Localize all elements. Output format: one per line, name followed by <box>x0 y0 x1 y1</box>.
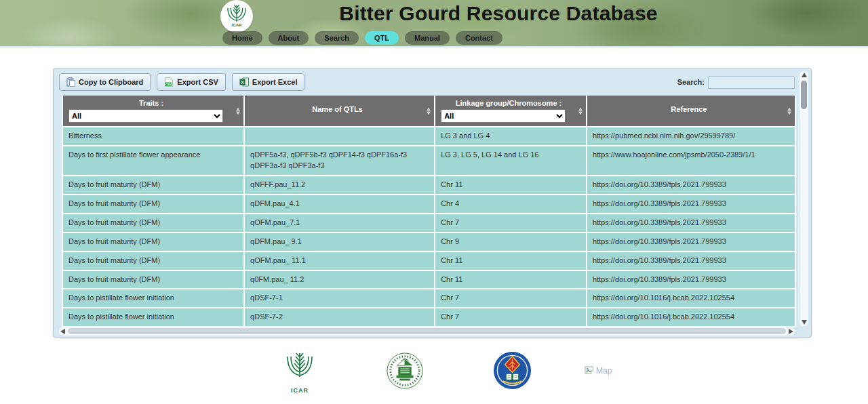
horizontal-scroll-thumb[interactable] <box>68 328 786 334</box>
cell-reference: https://doi.org/10.1016/j.bcab.2022.1025… <box>587 308 795 327</box>
export-excel-label: Export Excel <box>252 78 298 86</box>
export-csv-label: Export CSV <box>177 78 218 86</box>
cell-linkage-group: Chr 9 <box>435 233 587 251</box>
cell-linkage-group: Chr 7 <box>435 308 587 327</box>
cell-linkage-group: Chr 7 <box>435 214 587 233</box>
search-input[interactable] <box>708 76 795 89</box>
vertical-scrollbar[interactable] <box>800 71 808 326</box>
table-row: Days to fruit maturity (DFM)qDFM.pau_4.1… <box>62 195 795 214</box>
cell-trait: Days to fruit maturity (DFM) <box>62 214 244 233</box>
table-row: Days to fruit maturity (DFM)qDFM.pau_ 9.… <box>62 233 795 251</box>
map-broken-image: Map <box>585 366 612 376</box>
column-header-2[interactable]: Name of QTLs <box>244 96 435 127</box>
cell-linkage-group: Chr 7 <box>435 289 587 308</box>
cell-trait: Days to pistillate flower initiation <box>62 308 244 327</box>
column-label: Traits : <box>68 98 234 107</box>
cell-linkage-group: Chr 11 <box>435 270 587 289</box>
export-csv-button[interactable]: CSV Export CSV <box>157 73 226 91</box>
cell-linkage-group: LG 3 and LG 4 <box>435 127 587 146</box>
column-header-1[interactable]: Traits :All <box>62 96 244 127</box>
clipboard-icon <box>66 77 75 87</box>
traits-filter-select[interactable]: All <box>68 109 223 123</box>
column-header-3[interactable]: Linkage group/Chromosome :All <box>435 96 587 127</box>
cell-trait: Bitterness <box>62 127 244 146</box>
export-excel-button[interactable]: X Export Excel <box>232 73 305 91</box>
vertical-scroll-thumb[interactable] <box>801 81 807 109</box>
map-caption: Map <box>596 366 612 376</box>
copy-to-clipboard-label: Copy to Clipboard <box>79 78 143 86</box>
horizontal-scrollbar[interactable] <box>59 327 795 336</box>
cell-trait: Days to fruit maturity (DFM) <box>62 233 244 251</box>
nav-tab-about[interactable]: About <box>269 31 309 45</box>
cell-reference: https://doi.org/10.3389/fpls.2021.799933 <box>587 176 795 195</box>
cell-qtl-name: qOFM.pau_7.1 <box>244 214 435 233</box>
column-header-4[interactable]: Reference <box>587 96 795 127</box>
wheat-icon: ICAR <box>222 2 251 31</box>
column-label: Linkage group/Chromosome : <box>441 98 576 107</box>
scroll-down-arrow-icon[interactable] <box>802 320 807 325</box>
cell-reference: https://doi.org/10.1016/j.bcab.2022.1025… <box>587 289 795 308</box>
page-title: Bitter Gourd Resource Database <box>339 2 657 25</box>
scroll-left-arrow-icon[interactable] <box>60 329 65 334</box>
search-area: Search: <box>677 76 795 89</box>
cell-trait: Days to fruit maturity (DFM) <box>62 251 244 270</box>
cell-trait: Days to first pistillate flower appearan… <box>62 146 244 176</box>
table-row: Days to pistillate flower initiationqDSF… <box>62 289 795 308</box>
cell-qtl-name: qNFFF.pau_11.2 <box>244 176 435 195</box>
cell-qtl-name: qDFM.pau_ 9.1 <box>244 233 435 251</box>
cell-trait: Days to fruit maturity (DFM) <box>62 176 244 195</box>
qtl-table: Traits :AllName of QTLsLinkage group/Chr… <box>62 96 796 327</box>
cell-linkage-group: Chr 11 <box>435 176 587 195</box>
nav-tab-search[interactable]: Search <box>315 31 359 45</box>
cell-reference: https://pubmed.ncbi.nlm.nih.gov/29599789… <box>587 127 795 146</box>
cell-linkage-group: Chr 4 <box>435 195 587 214</box>
cell-qtl-name: qDPF5a-f3, qDPF5b-f3 qDPF14-f3 qDPF16a-f… <box>244 146 435 176</box>
cell-qtl-name: qOFM.pau_ 11.1 <box>244 251 435 270</box>
table-viewport: Traits :AllName of QTLsLinkage group/Chr… <box>62 96 796 327</box>
scroll-up-arrow-icon[interactable] <box>802 73 807 77</box>
institute-blue-logo <box>493 351 532 390</box>
linkage-filter-select[interactable]: All <box>441 109 566 123</box>
cell-reference: https://doi.org/10.3389/fpls.2021.799933 <box>587 270 795 289</box>
svg-text:CSV: CSV <box>165 83 172 86</box>
nav-tab-contact[interactable]: Contact <box>456 31 502 45</box>
table-body: BitternessLG 3 and LG 4https://pubmed.nc… <box>62 127 795 327</box>
nav-tab-manual[interactable]: Manual <box>405 31 450 45</box>
sort-icon[interactable] <box>236 107 241 115</box>
excel-icon: X <box>239 77 249 87</box>
page: ICAR Bitter Gourd Resource Database Home… <box>0 0 868 404</box>
sort-icon[interactable] <box>427 107 431 115</box>
table-row: Days to fruit maturity (DFM)qNFFF.pau_11… <box>62 176 795 195</box>
cell-linkage-group: LG 3, LG 5, LG 14 and LG 16 <box>435 146 587 176</box>
copy-to-clipboard-button[interactable]: Copy to Clipboard <box>59 73 151 91</box>
iari-emblem-icon <box>387 352 423 389</box>
table-row: Days to fruit maturity (DFM)q0FM.pau_ 11… <box>62 270 795 289</box>
table-row: Days to first pistillate flower appearan… <box>62 146 795 176</box>
nav-tab-home[interactable]: Home <box>222 31 262 45</box>
icar-footer-logo: ICAR <box>283 351 316 394</box>
nav-tab-qtl[interactable]: QTL <box>365 31 399 45</box>
table-row: Days to pistillate flower initiationqDSF… <box>62 308 795 327</box>
cell-reference: https://doi.org/10.3389/fpls.2021.799933 <box>587 214 795 233</box>
site-header: ICAR Bitter Gourd Resource Database Home… <box>0 0 868 47</box>
cell-trait: Days to pistillate flower initiation <box>62 289 244 308</box>
cell-reference: https://doi.org/10.3389/fpls.2021.799933 <box>587 195 795 214</box>
cell-qtl-name: qDSF-7-1 <box>244 289 435 308</box>
column-label: Name of QTLs <box>250 98 425 113</box>
cell-trait: Days to fruit maturity (DFM) <box>62 270 244 289</box>
table-toolbar: Copy to Clipboard CSV Export CSV X <box>59 73 795 92</box>
svg-text:ICAR: ICAR <box>232 22 243 27</box>
cell-reference: https://www.hoajonline.com/jpsmb/2050-23… <box>587 146 795 176</box>
sort-icon[interactable] <box>787 107 792 115</box>
iari-logo <box>387 352 423 389</box>
sort-icon[interactable] <box>578 107 583 115</box>
table-row: BitternessLG 3 and LG 4https://pubmed.nc… <box>62 127 795 146</box>
column-label: Reference <box>593 98 785 113</box>
icar-caption: ICAR <box>291 387 309 394</box>
icar-logo: ICAR <box>220 0 253 33</box>
svg-text:X: X <box>241 80 244 85</box>
table-row: Days to fruit maturity (DFM)qOFM.pau_ 11… <box>62 251 795 270</box>
scroll-right-arrow-icon[interactable] <box>789 329 793 334</box>
search-label: Search: <box>677 78 705 86</box>
table-row: Days to fruit maturity (DFM)qOFM.pau_7.1… <box>62 214 795 233</box>
